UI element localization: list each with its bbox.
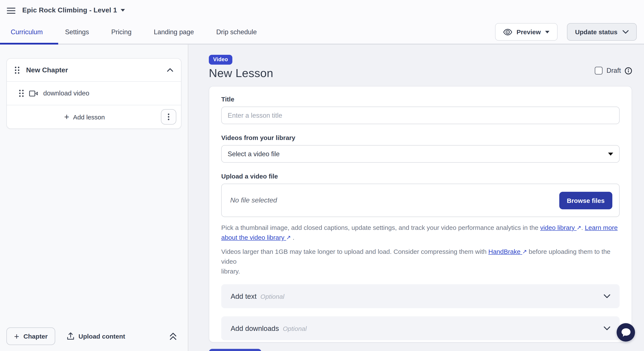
optional-label: Optional (260, 293, 284, 300)
title-label: Title (221, 96, 620, 103)
add-downloads-label: Add downloads (231, 324, 279, 332)
lesson-editor: Video New Lesson Draft Title (188, 44, 644, 351)
course-builder-app: Epic Rock Climbing - Level 1 Curriculum … (0, 0, 644, 351)
add-chapter-label: Chapter (23, 332, 48, 340)
lesson-title-input[interactable] (221, 106, 620, 124)
lesson-form-card: Title Videos from your library Select a … (209, 86, 632, 343)
add-text-section[interactable]: Add text Optional (221, 284, 620, 308)
chevron-down-icon (604, 294, 610, 298)
drag-handle-icon[interactable] (19, 90, 24, 97)
lesson-header: Video New Lesson Draft (209, 55, 632, 80)
video-library-select-value: Select a video file (228, 150, 280, 158)
update-status-button[interactable]: Update status (567, 23, 637, 41)
no-file-text: No file selected (230, 196, 277, 204)
collapse-all-button[interactable] (170, 332, 177, 340)
course-switcher[interactable]: Epic Rock Climbing - Level 1 (22, 6, 125, 14)
chevron-up-icon[interactable] (167, 68, 173, 72)
caret-down-icon (545, 30, 550, 33)
content: New Chapter download video (0, 44, 644, 351)
video-library-select[interactable]: Select a video file (221, 145, 620, 163)
upload-field-group: Upload a video file No file selected Bro… (221, 172, 620, 276)
video-camera-icon (29, 90, 38, 96)
select-caret-icon (608, 152, 613, 156)
curriculum-sidebar: New Chapter download video (0, 44, 188, 351)
kebab-menu-icon (168, 114, 170, 120)
caret-down-icon (120, 9, 125, 11)
draft-label: Draft (606, 67, 621, 74)
add-text-label: Add text (231, 292, 256, 300)
external-link-icon: ↗ (286, 234, 291, 242)
info-icon[interactable] (625, 67, 632, 74)
library-label: Videos from your library (221, 134, 620, 141)
drag-handle-icon[interactable] (14, 66, 20, 74)
plus-icon: + (14, 332, 19, 340)
video-help-text-2: Videos larger than 1GB may take longer t… (221, 246, 620, 276)
preview-button[interactable]: Preview (495, 23, 557, 41)
course-title: Epic Rock Climbing - Level 1 (22, 6, 117, 14)
chevron-down-icon (604, 326, 610, 331)
lesson-item[interactable]: download video (7, 82, 181, 105)
lesson-type-badge: Video (209, 55, 232, 65)
title-field-group: Title (221, 96, 620, 124)
hamburger-menu-icon[interactable] (7, 8, 16, 14)
add-lesson-row: + Add lesson (7, 105, 181, 128)
browse-files-button[interactable]: Browse files (559, 192, 612, 209)
add-chapter-button[interactable]: + Chapter (6, 328, 56, 345)
tab-curriculum[interactable]: Curriculum (0, 20, 54, 44)
sidebar-footer: + Chapter Upload content (6, 328, 182, 345)
save-lesson-button[interactable]: Save lesson (209, 349, 261, 351)
chapter-card: New Chapter download video (6, 58, 182, 129)
draft-toggle: Draft (595, 67, 632, 74)
upload-icon (67, 332, 75, 340)
add-downloads-section[interactable]: Add downloads Optional (221, 316, 620, 340)
handbrake-link[interactable]: HandBrake ↗ (488, 248, 527, 255)
double-chevron-up-icon (170, 332, 177, 340)
chat-widget-button[interactable] (616, 323, 635, 342)
tab-bar: Curriculum Settings Pricing Landing page… (0, 20, 644, 44)
library-field-group: Videos from your library Select a video … (221, 134, 620, 163)
chat-bubble-icon (621, 328, 631, 337)
video-library-link[interactable]: video library ↗ (540, 224, 581, 231)
tab-settings[interactable]: Settings (54, 20, 100, 44)
file-dropzone[interactable]: No file selected Browse files (221, 184, 620, 217)
upload-content-button[interactable]: Upload content (67, 332, 125, 340)
video-help-text-1: Pick a thumbnail image, add closed capti… (221, 222, 620, 242)
chapter-title: New Chapter (26, 66, 68, 74)
chapter-options-button[interactable] (161, 109, 176, 124)
active-tab-underline (0, 43, 58, 44)
external-link-icon: ↗ (576, 224, 581, 232)
plus-icon: + (64, 112, 69, 121)
add-lesson-label: Add lesson (73, 113, 104, 120)
upload-label: Upload a video file (221, 172, 620, 180)
lesson-title: download video (43, 90, 89, 97)
eye-icon (503, 28, 512, 35)
topbar: Epic Rock Climbing - Level 1 (0, 0, 644, 20)
upload-content-label: Upload content (78, 332, 125, 340)
chevron-down-icon (622, 30, 628, 34)
lesson-page-title: New Lesson (209, 67, 273, 80)
update-status-label: Update status (575, 28, 618, 36)
optional-label: Optional (283, 325, 307, 332)
add-lesson-button[interactable]: + Add lesson (64, 112, 105, 121)
draft-checkbox[interactable] (595, 67, 603, 74)
header-actions: Preview Update status (495, 23, 644, 41)
tab-landing-page[interactable]: Landing page (143, 20, 205, 44)
tab-drip-schedule[interactable]: Drip schedule (205, 20, 268, 44)
preview-label: Preview (516, 28, 541, 36)
external-link-icon: ↗ (522, 247, 527, 256)
chapter-header[interactable]: New Chapter (7, 59, 181, 81)
tabs: Curriculum Settings Pricing Landing page… (0, 20, 268, 44)
tab-pricing[interactable]: Pricing (100, 20, 143, 44)
